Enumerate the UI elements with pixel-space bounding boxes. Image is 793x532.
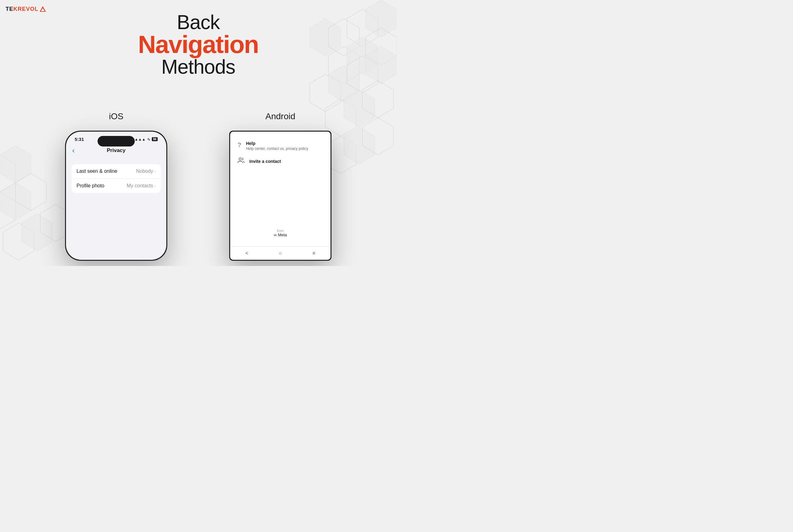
svg-marker-5 xyxy=(347,37,378,74)
ios-screen-title: Privacy xyxy=(107,147,126,154)
svg-point-27 xyxy=(239,158,241,160)
invite-contact-icon xyxy=(238,157,244,165)
header-title: Back Navigation Methods xyxy=(138,13,259,77)
svg-marker-6 xyxy=(365,28,396,65)
svg-marker-3 xyxy=(365,0,396,37)
ios-chevron-icon: › xyxy=(154,169,156,174)
ios-time: 5:31 xyxy=(75,136,84,142)
ios-back-button[interactable]: ‹ xyxy=(72,146,75,155)
ios-profile-chevron-icon: › xyxy=(154,183,156,188)
title-line3: Methods xyxy=(138,57,259,77)
ios-last-seen-value-text: Nobody xyxy=(136,169,153,174)
ios-status-icons: ▲▲▲ ∿ 96 xyxy=(134,137,158,141)
ios-profile-photo-value-text: My contacts xyxy=(127,183,153,189)
android-label: Android xyxy=(265,112,296,121)
svg-marker-7 xyxy=(310,74,341,112)
title-line2: Navigation xyxy=(138,32,259,57)
android-screen: ? Help Help center, contact us, privacy … xyxy=(230,132,331,260)
ios-privacy-list: Last seen & online Nobody › Profile phot… xyxy=(72,164,161,193)
svg-marker-0 xyxy=(310,19,341,56)
android-help-title: Help xyxy=(246,141,308,146)
ios-list-item-last-seen[interactable]: Last seen & online Nobody › xyxy=(72,164,161,179)
help-circle-icon: ? xyxy=(238,141,241,149)
android-meta-logo: ∞ Meta xyxy=(241,232,320,237)
ios-label: iOS xyxy=(109,112,124,121)
content-area: iOS 5:31 ▲▲▲ ∿ 96 ‹ Privacy xyxy=(0,112,396,261)
svg-marker-9 xyxy=(347,56,378,93)
ios-section: iOS 5:31 ▲▲▲ ∿ 96 ‹ Privacy xyxy=(65,112,167,261)
wifi-icon: ∿ xyxy=(147,137,150,141)
meta-infinity-icon: ∞ xyxy=(274,232,277,237)
android-back-button[interactable]: < xyxy=(245,250,248,256)
svg-marker-4 xyxy=(328,46,359,83)
svg-marker-1 xyxy=(328,19,359,56)
ios-last-seen-value: Nobody › xyxy=(136,169,156,174)
ios-list-item-profile-photo[interactable]: Profile photo My contacts › xyxy=(72,179,161,193)
ios-profile-photo-label: Profile photo xyxy=(76,183,105,189)
android-phone-mockup: ? Help Help center, contact us, privacy … xyxy=(229,131,332,261)
android-help-subtitle: Help center, contact us, privacy policy xyxy=(246,147,308,151)
android-invite-label: Invite a contact xyxy=(249,159,281,164)
android-help-text: Help Help center, contact us, privacy po… xyxy=(246,141,308,151)
dynamic-island xyxy=(98,136,135,147)
ios-last-seen-label: Last seen & online xyxy=(76,169,117,174)
svg-marker-2 xyxy=(347,9,378,46)
android-nav-bar: < ○ ≡ xyxy=(230,247,331,260)
android-home-button[interactable]: ○ xyxy=(279,250,282,256)
ios-phone-mockup: 5:31 ▲▲▲ ∿ 96 ‹ Privacy Last seen & onli… xyxy=(65,131,167,261)
signal-icon: ▲▲▲ xyxy=(134,137,146,141)
meta-brand-text: Meta xyxy=(278,232,287,237)
logo: TEKREVOL xyxy=(5,5,46,13)
android-content: ? Help Help center, contact us, privacy … xyxy=(230,132,331,247)
android-help-item[interactable]: ? Help Help center, contact us, privacy … xyxy=(238,138,323,154)
svg-marker-10 xyxy=(365,46,396,83)
svg-marker-8 xyxy=(328,65,359,102)
android-footer: from ∞ Meta xyxy=(238,226,323,240)
battery-icon: 96 xyxy=(152,137,158,141)
ios-screen: 5:31 ▲▲▲ ∿ 96 ‹ Privacy Last seen & onli… xyxy=(66,132,166,260)
android-invite-item[interactable]: Invite a contact xyxy=(238,154,323,169)
title-line1: Back xyxy=(138,13,259,32)
ios-profile-photo-value: My contacts › xyxy=(127,183,156,189)
android-from-label: from xyxy=(241,229,320,232)
logo-text: TEKREVOL xyxy=(5,6,38,13)
logo-triangle-icon xyxy=(39,5,46,13)
android-menu-button[interactable]: ≡ xyxy=(312,250,315,256)
android-section: Android ? Help Help center, contact us, … xyxy=(229,112,332,261)
